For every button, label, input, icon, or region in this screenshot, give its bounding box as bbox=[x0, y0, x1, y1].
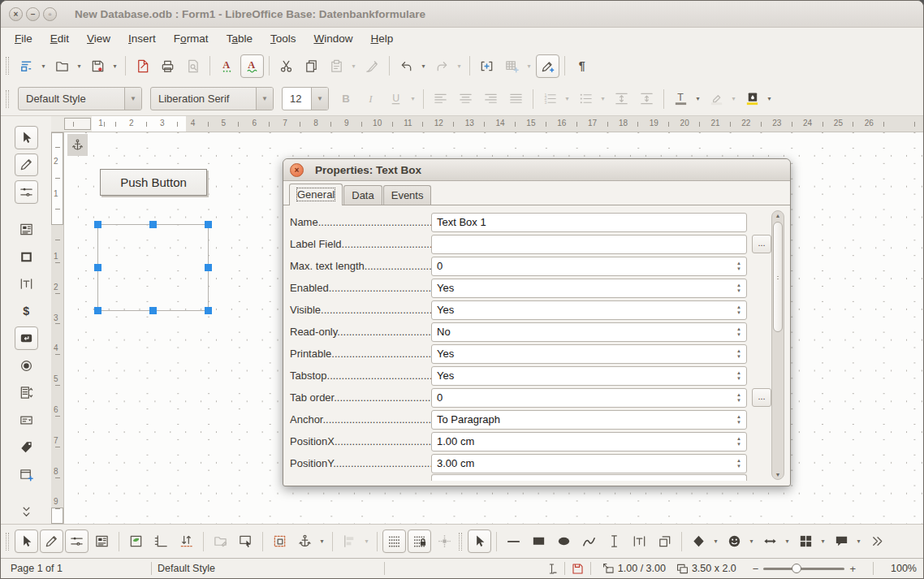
selection-mode-status[interactable] bbox=[545, 562, 559, 576]
form-design-button[interactable] bbox=[15, 218, 38, 241]
zoom-slider[interactable]: − + bbox=[748, 563, 861, 575]
close-window-button[interactable]: × bbox=[9, 7, 23, 21]
font-size-dropdown[interactable]: ▼ bbox=[311, 88, 328, 110]
tab-order-input[interactable]: 0▲▼ bbox=[431, 388, 747, 408]
dialog-scrollbar[interactable]: ▲ ▼ bbox=[771, 210, 784, 480]
resize-handle-bottom-right[interactable] bbox=[205, 307, 212, 314]
background-color-button[interactable] bbox=[740, 87, 764, 110]
printable-spinner[interactable]: ▲▼ bbox=[733, 346, 745, 362]
zoom-out-button[interactable]: − bbox=[748, 563, 764, 575]
max-text-length-input[interactable]: 0▲▼ bbox=[431, 257, 747, 276]
design-mode-button[interactable] bbox=[40, 529, 63, 553]
menu-table[interactable]: Table bbox=[218, 29, 261, 48]
scroll-up-icon[interactable]: ▲ bbox=[772, 213, 784, 218]
zoom-level-status[interactable]: 100% bbox=[879, 563, 917, 574]
vertical-ruler[interactable]: 21123456789 bbox=[51, 132, 64, 524]
auto-spellcheck-button[interactable]: A bbox=[240, 54, 264, 78]
resize-handle-bottom-left[interactable] bbox=[94, 307, 101, 314]
automatic-control-focus-button[interactable] bbox=[234, 529, 257, 553]
more-controls-button[interactable] bbox=[15, 463, 38, 486]
insert-text-box-button[interactable] bbox=[628, 529, 651, 553]
basic-shapes-button-dropdown[interactable]: ▾ bbox=[711, 538, 720, 545]
form-design-button[interactable] bbox=[90, 529, 114, 553]
zoom-slider-track[interactable] bbox=[763, 568, 844, 570]
scrollbar-thumb[interactable] bbox=[773, 222, 783, 332]
toolbar-overflow-button[interactable] bbox=[15, 500, 38, 524]
scroll-down-icon[interactable]: ▼ bbox=[772, 472, 784, 477]
basic-shapes-button[interactable] bbox=[687, 529, 710, 553]
dialog-close-button[interactable]: × bbox=[290, 163, 304, 177]
title-bar[interactable]: × – ▫ New Database.odb : Form1 - LibreOf… bbox=[1, 1, 923, 28]
resize-handle-middle-right[interactable] bbox=[205, 264, 212, 271]
undo-button-dropdown[interactable]: ▾ bbox=[419, 63, 428, 70]
zoom-slider-thumb[interactable] bbox=[792, 564, 801, 573]
activation-order-button[interactable] bbox=[149, 529, 173, 553]
position-y-spinner[interactable]: ▲▼ bbox=[733, 456, 745, 472]
block-arrows-button[interactable] bbox=[758, 529, 782, 553]
show-draw-functions-button[interactable] bbox=[536, 54, 559, 78]
menu-window[interactable]: Window bbox=[304, 29, 361, 48]
label-field-input[interactable] bbox=[431, 235, 747, 254]
print-button[interactable] bbox=[156, 54, 179, 78]
anchor-button[interactable] bbox=[293, 529, 317, 553]
resize-handle-top-right[interactable] bbox=[205, 221, 212, 228]
font-size-combo[interactable]: 12 ▼ bbox=[282, 87, 329, 110]
read-only-spinner[interactable]: ▲▼ bbox=[733, 324, 745, 340]
line-button[interactable] bbox=[502, 529, 525, 553]
dialog-title-bar[interactable]: × Properties: Text Box bbox=[283, 159, 790, 181]
select-button[interactable] bbox=[15, 529, 38, 553]
horizontal-ruler[interactable]: 1234567891011121314151617181920212223242… bbox=[51, 116, 923, 132]
enabled-spinner[interactable]: ▲▼ bbox=[733, 280, 745, 296]
tab-events[interactable]: Events bbox=[383, 185, 432, 205]
position-y-input[interactable]: 3.00 cm▲▼ bbox=[431, 454, 747, 473]
display-grid-button[interactable] bbox=[382, 529, 406, 553]
form-navigator-button[interactable] bbox=[124, 529, 148, 553]
document-modified-status[interactable] bbox=[571, 562, 585, 576]
symbol-shapes-button-dropdown[interactable]: ▾ bbox=[747, 538, 756, 545]
tab-order-more-button[interactable]: ... bbox=[752, 388, 771, 407]
maximize-window-button[interactable]: ▫ bbox=[43, 7, 57, 21]
font-name-dropdown[interactable]: ▼ bbox=[256, 88, 273, 110]
font-color-button[interactable]: T bbox=[669, 87, 693, 110]
printable-input[interactable]: Yes▲▼ bbox=[431, 344, 747, 364]
snap-to-grid-button[interactable] bbox=[408, 529, 431, 553]
anchor-input[interactable]: To Paragraph▲▼ bbox=[431, 410, 747, 430]
push-button-control[interactable]: Push Button bbox=[100, 169, 207, 196]
label-field-button[interactable] bbox=[15, 436, 38, 460]
menu-edit[interactable]: Edit bbox=[41, 29, 78, 48]
menu-insert[interactable]: Insert bbox=[119, 29, 165, 48]
option-button-button[interactable] bbox=[15, 354, 38, 378]
resize-handle-top-center[interactable] bbox=[149, 221, 157, 228]
tab-order-spinner[interactable]: ▲▼ bbox=[733, 390, 745, 406]
combo-box-button[interactable] bbox=[15, 408, 38, 432]
save-button-dropdown[interactable]: ▾ bbox=[110, 63, 119, 70]
menu-view[interactable]: View bbox=[78, 29, 119, 48]
menu-help[interactable]: Help bbox=[361, 29, 402, 48]
text-box-button[interactable] bbox=[15, 272, 38, 296]
select-draw-button[interactable] bbox=[468, 529, 491, 553]
position-size-button[interactable] bbox=[268, 529, 291, 553]
design-mode-button[interactable] bbox=[15, 153, 38, 177]
flowchart-button-dropdown[interactable]: ▾ bbox=[818, 538, 827, 545]
push-button-button[interactable] bbox=[15, 326, 38, 350]
resize-handle-top-left[interactable] bbox=[94, 221, 101, 228]
insert-frame-button[interactable] bbox=[653, 529, 676, 553]
list-box-button[interactable] bbox=[15, 382, 38, 405]
enabled-input[interactable]: Yes▲▼ bbox=[431, 279, 747, 298]
background-color-button-dropdown[interactable]: ▾ bbox=[765, 95, 774, 102]
resize-handle-middle-left[interactable] bbox=[94, 264, 101, 271]
rectangle-button[interactable] bbox=[527, 529, 551, 553]
add-field-button[interactable] bbox=[175, 529, 198, 553]
ellipse-button[interactable] bbox=[552, 529, 576, 553]
new-form-document-button-dropdown[interactable]: ▾ bbox=[39, 63, 48, 70]
font-name-combo[interactable]: Liberation Serif ▼ bbox=[150, 87, 274, 110]
page-number-status[interactable]: Page 1 of 1 bbox=[7, 563, 145, 574]
position-x-spinner[interactable]: ▲▼ bbox=[733, 434, 745, 450]
name-input[interactable]: Text Box 1 bbox=[431, 213, 747, 232]
resize-handle-bottom-center[interactable] bbox=[149, 307, 157, 314]
formatted-field-button[interactable]: $ bbox=[15, 300, 38, 323]
page-style-status[interactable]: Default Style bbox=[158, 563, 378, 574]
toolbar-overflow-button[interactable] bbox=[866, 529, 889, 553]
paragraph-style-combo[interactable]: Default Style ▼ bbox=[18, 87, 142, 110]
minimize-window-button[interactable]: – bbox=[26, 7, 40, 21]
